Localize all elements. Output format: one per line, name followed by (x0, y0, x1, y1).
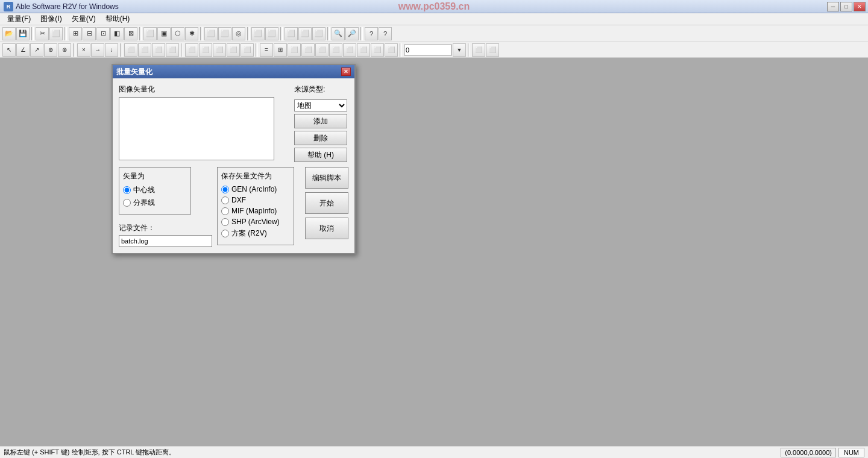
tb-help[interactable]: ? (365, 27, 378, 40)
tb2-btn-10[interactable]: ⬜ (138, 43, 151, 57)
tb2-sep-1 (73, 43, 75, 57)
boundary-radio[interactable] (123, 199, 131, 207)
tb2-btn-24[interactable]: ⬜ (343, 43, 356, 57)
start-button[interactable]: 开始 (305, 192, 348, 214)
tb2-btn-19[interactable]: ⊞ (274, 43, 287, 57)
tb2-btn-3[interactable]: ↗ (30, 43, 43, 57)
maximize-button[interactable]: □ (840, 2, 852, 11)
minimize-button[interactable]: ─ (827, 2, 839, 11)
tb-btn-16[interactable]: ◎ (232, 27, 245, 40)
tb-btn-13[interactable]: ✱ (185, 27, 198, 40)
tb2-value-input[interactable] (404, 45, 452, 55)
tb2-dropdown[interactable]: ▼ (453, 43, 466, 57)
tb2-btn-6[interactable]: × (77, 43, 90, 57)
format-mif-radio[interactable] (221, 207, 229, 215)
tb-btn-21[interactable]: ⬜ (312, 27, 326, 40)
tb2-btn-7[interactable]: → (91, 43, 104, 57)
close-button[interactable]: ✕ (854, 2, 866, 11)
tb-save[interactable]: 💾 (16, 27, 30, 40)
tb-btn-3[interactable]: ✂ (36, 27, 49, 40)
status-bar: 鼠标左键 (+ SHIFT 键) 绘制矩形, 按下 CTRL 键拖动距离。 (0… (0, 446, 868, 458)
tb-btn-7[interactable]: ⊡ (96, 27, 110, 40)
tb-open[interactable]: 📂 (2, 27, 16, 40)
tb2-btn-22[interactable]: ⬜ (315, 43, 329, 57)
tb2-btn-12[interactable]: ⬜ (166, 43, 179, 57)
tb-sep-7 (327, 27, 330, 40)
tb2-btn-15[interactable]: ⬜ (213, 43, 226, 57)
image-section-label: 图像矢量化 (119, 84, 289, 95)
tb2-btn-5[interactable]: ⊗ (58, 43, 71, 57)
tb-sep-1 (31, 27, 34, 40)
tb2-btn-25[interactable]: ⬜ (357, 43, 370, 57)
tb2-btn-11[interactable]: ⬜ (152, 43, 165, 57)
tb-btn-5[interactable]: ⊞ (69, 27, 82, 40)
tb2-btn-28[interactable]: ⬜ (472, 43, 485, 57)
edit-script-button[interactable]: 编辑脚本 (305, 167, 348, 189)
delete-button[interactable]: 删除 (294, 131, 347, 145)
format-r2v-label: 方案 (R2V) (231, 228, 267, 239)
tb-btn-14[interactable]: ⬜ (204, 27, 218, 40)
tb-sep-8 (360, 27, 363, 40)
centerline-radio[interactable] (123, 186, 131, 194)
tb2-btn-29[interactable]: ⬜ (486, 43, 499, 57)
tb2-btn-9[interactable]: ⬜ (124, 43, 137, 57)
tb2-btn-21[interactable]: ⬜ (301, 43, 315, 57)
tb-btn-11[interactable]: ▣ (157, 27, 171, 40)
right-action-buttons: 编辑脚本 开始 取消 (305, 167, 348, 239)
tb-btn-9[interactable]: ⊠ (124, 27, 137, 40)
tb-btn-10[interactable]: ⬜ (143, 27, 157, 40)
tb-sep-2 (64, 27, 67, 40)
tb2-btn-16[interactable]: ⬜ (227, 43, 240, 57)
tb2-btn-17[interactable]: ⬜ (241, 43, 254, 57)
format-gen-radio[interactable] (221, 186, 229, 193)
tb-btn-4[interactable]: ⬜ (49, 27, 63, 40)
tb2-btn-1[interactable]: ↖ (2, 43, 16, 57)
tb2-btn-8[interactable]: ↓ (105, 43, 118, 57)
help-button[interactable]: 帮助 (H) (294, 148, 347, 162)
tb-btn-12[interactable]: ⬡ (171, 27, 184, 40)
format-gen-row: GEN (ArcInfo) (221, 185, 290, 193)
tb-btn-17[interactable]: ⬜ (251, 27, 265, 40)
format-dxf-radio[interactable] (221, 196, 229, 204)
coordinates-display: (0.0000,0.0000) (781, 448, 836, 457)
tb2-btn-20[interactable]: ⬜ (288, 43, 301, 57)
tb2-btn-4[interactable]: ⊕ (44, 43, 57, 57)
add-button[interactable]: 添加 (294, 114, 347, 128)
log-file-input[interactable] (119, 235, 212, 247)
format-shp-radio[interactable] (221, 218, 229, 226)
dialog-close-button[interactable]: ✕ (341, 67, 351, 76)
main-canvas-area: 批量矢量化 ✕ 图像矢量化 来源类型: 地图 卫星 航片 添加 删 (0, 58, 868, 413)
format-r2v-radio[interactable] (221, 230, 229, 237)
dialog-title-text: 批量矢量化 (116, 67, 153, 77)
tb2-sep-4 (256, 43, 258, 57)
tb-btn-8[interactable]: ◧ (110, 27, 124, 40)
tb-btn-15[interactable]: ⬜ (218, 27, 231, 40)
tb2-btn-14[interactable]: ⬜ (199, 43, 212, 57)
source-type-dropdown[interactable]: 地图 卫星 航片 (294, 99, 347, 111)
tb2-btn-18[interactable]: = (260, 43, 273, 57)
tb2-btn-23[interactable]: ⬜ (329, 43, 342, 57)
menu-file[interactable]: 量量(F) (2, 13, 36, 25)
format-gen-label: GEN (ArcInfo) (231, 185, 277, 193)
tb2-btn-27[interactable]: ⬜ (385, 43, 398, 57)
save-format-label: 保存矢量文件为 (221, 171, 290, 181)
tb-btn-18[interactable]: ⬜ (265, 27, 278, 40)
tb2-btn-26[interactable]: ⬜ (371, 43, 384, 57)
cancel-button[interactable]: 取消 (305, 218, 348, 239)
tb2-btn-2[interactable]: ∠ (16, 43, 30, 57)
tb-help2[interactable]: ? (379, 27, 392, 40)
tb-zoom-out[interactable]: 🔎 (345, 27, 359, 40)
menu-vector[interactable]: 矢量(V) (67, 13, 101, 25)
menu-image[interactable]: 图像(I) (36, 13, 66, 25)
tb-btn-19[interactable]: ⬜ (285, 27, 298, 40)
menu-help[interactable]: 帮助(H) (101, 13, 135, 25)
image-file-list[interactable] (119, 97, 274, 160)
tb2-btn-13[interactable]: ⬜ (185, 43, 198, 57)
vector-for-label: 矢量为 (123, 171, 187, 181)
tb-btn-6[interactable]: ⊟ (83, 27, 96, 40)
tb-zoom-in[interactable]: 🔍 (332, 27, 345, 40)
boundary-label: 分界线 (133, 198, 155, 208)
tb-sep-5 (247, 27, 250, 40)
tb-btn-20[interactable]: ⬜ (298, 27, 312, 40)
title-bar: R Able Software R2V for Windows ─ □ ✕ (0, 0, 868, 13)
